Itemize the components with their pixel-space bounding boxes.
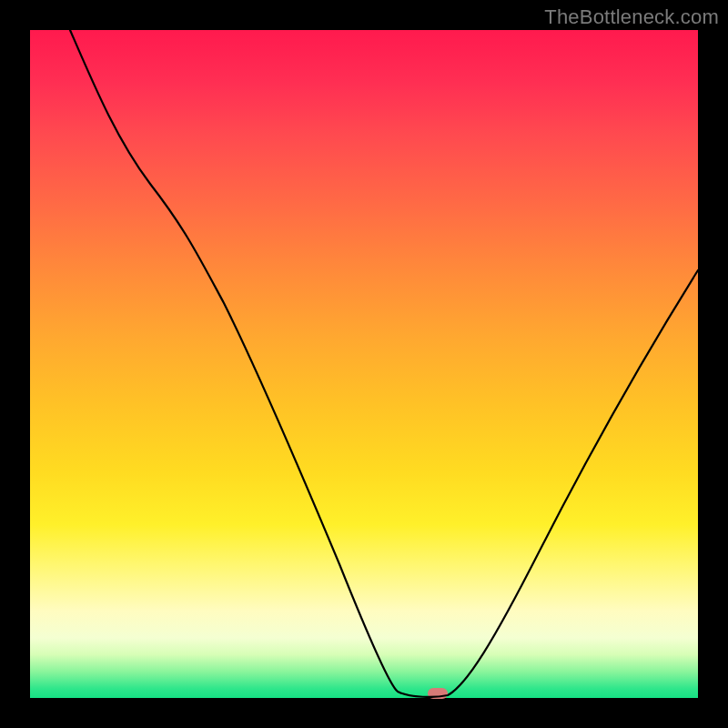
chart-frame: TheBottleneck.com bbox=[0, 0, 728, 728]
plot-area bbox=[30, 30, 698, 698]
curve-path bbox=[70, 30, 698, 697]
watermark-text: TheBottleneck.com bbox=[544, 5, 719, 29]
bottleneck-curve bbox=[30, 30, 698, 698]
